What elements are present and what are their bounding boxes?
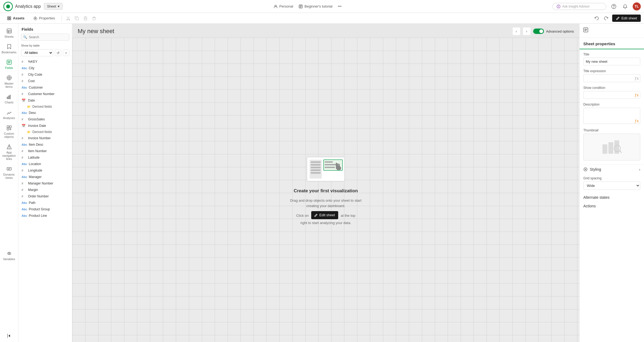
sidebar-item-bookmarks[interactable]: Bookmarks <box>2 41 17 56</box>
field-item-city[interactable]: Abc City <box>19 65 71 71</box>
rp-description-fx-button[interactable]: ƒx <box>635 119 639 123</box>
field-item-city-code[interactable]: # City Code <box>19 71 71 78</box>
sidebar-item-custom-objects[interactable]: Custom objects <box>2 123 17 141</box>
field-item-cost[interactable]: # Cost <box>19 78 71 84</box>
field-name: Invoice Date <box>28 124 46 128</box>
ask-advisor-search[interactable]: Ask Insight Advisor <box>552 3 606 10</box>
topbar-tutorial[interactable]: Beginner's tutorial <box>299 4 333 9</box>
sidebar-item-app-navigation[interactable]: App navigation links <box>2 142 17 163</box>
sidebar-item-dynamic-views[interactable]: Dynamic views <box>2 164 17 182</box>
table-select[interactable]: All tables <box>21 49 53 56</box>
search-input[interactable] <box>21 34 69 41</box>
field-item-invoice-number[interactable]: # Invoice Number <box>19 135 71 141</box>
svg-point-10 <box>35 18 36 19</box>
svg-rect-40 <box>602 144 607 154</box>
rp-show-condition-container: ƒx <box>583 91 640 99</box>
field-type-icon: # <box>22 79 26 83</box>
svg-rect-26 <box>7 167 11 170</box>
help-button[interactable] <box>610 3 618 10</box>
tab-assets-label: Assets <box>13 16 25 20</box>
field-item-manager[interactable]: Abc Manager <box>19 174 71 180</box>
advanced-toggle-switch[interactable] <box>533 29 544 34</box>
user-avatar[interactable]: TL <box>633 2 641 11</box>
bell-icon <box>623 4 628 9</box>
rp-styling-section[interactable]: Styling › <box>580 164 644 174</box>
thumbnail-box[interactable] <box>583 134 640 160</box>
sidebar-item-master-items[interactable]: Master items <box>2 73 17 90</box>
insight-icon <box>556 4 561 9</box>
field-name: Cost <box>28 79 35 83</box>
field-item-product-line[interactable]: Abc Product Line <box>19 212 71 219</box>
delete-button[interactable] <box>90 15 98 22</box>
field-item-product-group[interactable]: Abc Product Group <box>19 206 71 212</box>
advanced-options-toggle[interactable]: Advanced options <box>533 29 574 34</box>
sidebar-item-charts[interactable]: Charts <box>2 92 17 106</box>
field-item-item-desc[interactable]: Abc Item Desc <box>19 141 71 148</box>
right-panel: Sheet properties Title Title expression … <box>579 24 644 342</box>
rp-title-input[interactable] <box>583 58 640 65</box>
rp-description-textarea[interactable] <box>583 108 640 124</box>
svg-rect-8 <box>8 19 9 20</box>
rp-show-condition-input[interactable] <box>583 91 640 99</box>
cut-button[interactable] <box>64 15 72 22</box>
undo-button[interactable] <box>593 15 600 22</box>
tab-assets[interactable]: Assets <box>3 15 28 22</box>
rp-title-expr-fx-button[interactable]: ƒx <box>635 76 639 81</box>
field-item-grosssales[interactable]: # GrossSales <box>19 116 71 123</box>
inline-edit-button[interactable]: Edit sheet <box>311 211 338 219</box>
field-item-manager-number[interactable]: # Manager Number <box>19 180 71 187</box>
rp-grid-spacing-select[interactable]: Narrow Medium Wide <box>583 182 640 190</box>
tab-properties[interactable]: Properties <box>29 15 59 22</box>
field-item-item-number[interactable]: # Item Number <box>19 148 71 154</box>
field-item-desc[interactable]: Abc Desc <box>19 110 71 116</box>
collapse-icon <box>6 333 12 339</box>
canvas-grid[interactable]: Create your first visualization Drag and… <box>72 38 579 342</box>
field-item-customer-number[interactable]: # Customer Number <box>19 91 71 97</box>
svg-rect-24 <box>9 126 11 128</box>
svg-rect-41 <box>608 142 613 154</box>
field-item-latitude[interactable]: # Latitude <box>19 154 71 161</box>
sidebar-item-fields[interactable]: Fields <box>2 57 17 72</box>
redo-button[interactable] <box>602 15 610 22</box>
sheet-dropdown[interactable]: Sheet ▾ <box>44 3 63 10</box>
canvas-area: My new sheet ‹ › Advanced options <box>72 24 579 342</box>
field-item-margin[interactable]: # Margin <box>19 187 71 193</box>
sidebar-item-dynamic-label: Dynamic views <box>3 173 16 179</box>
prev-sheet-button[interactable]: ‹ <box>513 27 520 35</box>
field-item-key[interactable]: # %KEY <box>19 58 71 65</box>
sidebar-item-charts-label: Charts <box>5 101 13 104</box>
field-item-order-number[interactable]: # Order Number <box>19 193 71 200</box>
field-item-date[interactable]: 📅 Date <box>19 97 71 104</box>
field-item-location[interactable]: Abc Location <box>19 161 71 167</box>
next-sheet-button[interactable]: › <box>523 27 530 35</box>
sidebar-item-variables-label: Variables <box>3 257 15 261</box>
sidebar-item-sheets[interactable]: Sheets <box>2 26 17 40</box>
rp-title-section: Title <box>580 53 644 69</box>
refresh-button[interactable]: ↺ <box>55 50 61 56</box>
field-subitem-invoice-derived[interactable]: 📁 Derived fields <box>19 129 71 135</box>
field-item-invoice-date[interactable]: 📅 Invoice Date <box>19 123 71 129</box>
app-navigation-icon <box>6 144 12 150</box>
field-subitem-date-derived[interactable]: 📁 Derived fields <box>19 104 71 110</box>
notifications-button[interactable] <box>621 3 629 10</box>
rp-title-expr-input[interactable] <box>583 74 640 82</box>
field-name: Item Desc <box>29 143 43 146</box>
sidebar-collapse[interactable] <box>2 331 17 342</box>
svg-point-22 <box>8 113 9 113</box>
undo-icon <box>594 16 599 20</box>
svg-rect-9 <box>9 19 11 20</box>
more-icon[interactable]: ••• <box>338 4 342 8</box>
field-name: Date <box>28 99 35 102</box>
rp-description-container: ƒx <box>583 108 640 125</box>
paste-button[interactable] <box>82 15 89 22</box>
field-item-longitude[interactable]: # Longitude <box>19 167 71 174</box>
field-item-path[interactable]: Abc Path <box>19 200 71 206</box>
main-layout: Sheets Bookmarks Fields Master items Cha… <box>0 24 644 342</box>
edit-sheet-button[interactable]: Edit sheet <box>612 15 641 22</box>
rp-show-condition-fx-button[interactable]: ƒx <box>635 93 639 97</box>
field-item-customer[interactable]: Abc Customer <box>19 84 71 91</box>
add-field-button[interactable]: + <box>63 50 69 56</box>
sidebar-item-analyses[interactable]: Analyses <box>2 107 17 122</box>
copy-button[interactable] <box>73 15 81 22</box>
sidebar-item-variables[interactable]: Variables <box>2 248 17 264</box>
